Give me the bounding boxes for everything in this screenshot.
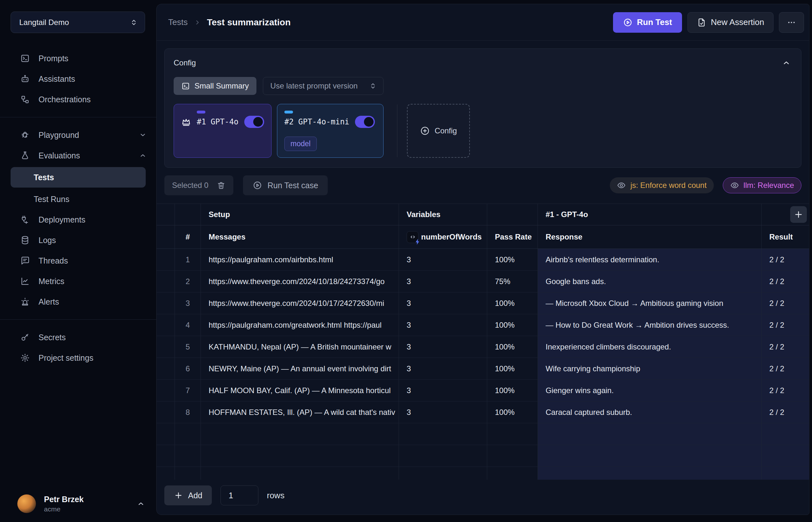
row-variable-cell[interactable]: 3 bbox=[399, 293, 487, 314]
row-select-cell[interactable] bbox=[157, 336, 175, 358]
row-response-cell[interactable]: — How to Do Great Work → Ambition drives… bbox=[538, 314, 761, 336]
row-response-cell[interactable]: — Microsoft Xbox Cloud → Ambitious gamin… bbox=[538, 293, 761, 314]
table-row[interactable]: 7 HALF MOON BAY, Calif. (AP) — A Minneso… bbox=[157, 380, 809, 401]
row-message-cell[interactable]: HALF MOON BAY, Calif. (AP) — A Minnesota… bbox=[201, 380, 399, 401]
empty-cell bbox=[157, 445, 175, 466]
empty-variable-cell[interactable] bbox=[399, 445, 487, 466]
sidebar-item-metrics[interactable]: Metrics bbox=[0, 271, 156, 292]
workspace-switcher[interactable]: Langtail Demo bbox=[11, 12, 145, 33]
empty-variable-cell[interactable] bbox=[399, 467, 487, 480]
row-message-cell[interactable]: KATHMANDU, Nepal (AP) — A British mounta… bbox=[201, 336, 399, 358]
new-assertion-button[interactable]: New Assertion bbox=[688, 12, 773, 33]
model-card-gpt-4o[interactable]: #1 GPT-4o bbox=[174, 104, 272, 158]
row-variable-cell[interactable]: 3 bbox=[399, 401, 487, 423]
table-empty-row[interactable] bbox=[157, 423, 809, 445]
row-response-cell[interactable]: Airbnb's relentless determination. bbox=[538, 249, 761, 270]
table-row[interactable]: 5 KATHMANDU, Nepal (AP) — A British moun… bbox=[157, 336, 809, 358]
row-result-cell[interactable]: 2 / 2 bbox=[761, 249, 809, 270]
model-tag[interactable]: model bbox=[284, 137, 317, 151]
assertion-badge-llm[interactable]: llm: Relevance bbox=[723, 177, 801, 193]
row-select-cell[interactable] bbox=[157, 358, 175, 379]
empty-variable-cell[interactable] bbox=[399, 423, 487, 445]
row-result-cell[interactable]: 2 / 2 bbox=[761, 380, 809, 401]
row-result-cell[interactable]: 2 / 2 bbox=[761, 293, 809, 314]
table-row[interactable]: 6 NEWRY, Maine (AP) — An annual event in… bbox=[157, 358, 809, 380]
table-empty-row[interactable] bbox=[157, 445, 809, 467]
run-test-button[interactable]: Run Test bbox=[613, 12, 682, 33]
model-toggle[interactable] bbox=[355, 116, 375, 128]
row-message-cell[interactable]: https://paulgraham.com/airbnbs.html bbox=[201, 249, 399, 270]
row-select-cell[interactable] bbox=[157, 380, 175, 401]
row-select-cell[interactable] bbox=[157, 314, 175, 336]
row-variable-cell[interactable]: 3 bbox=[399, 249, 487, 270]
row-select-cell[interactable] bbox=[157, 293, 175, 314]
table-row[interactable]: 3 https://www.theverge.com/2024/10/17/24… bbox=[157, 293, 809, 314]
row-message-cell[interactable]: NEWRY, Maine (AP) — An annual event invo… bbox=[201, 358, 399, 379]
delete-selected-button[interactable] bbox=[217, 181, 226, 190]
row-response-cell[interactable]: Wife carrying championship bbox=[538, 358, 761, 379]
run-test-case-button[interactable]: Run Test case bbox=[243, 175, 328, 195]
row-variable-cell[interactable]: 3 bbox=[399, 380, 487, 401]
table-row[interactable]: 2 https://www.theverge.com/2024/10/18/24… bbox=[157, 270, 809, 293]
empty-message-cell[interactable] bbox=[201, 467, 399, 480]
sidebar-item-logs[interactable]: Logs bbox=[0, 230, 156, 250]
row-message-cell[interactable]: https://www.theverge.com/2024/10/18/2427… bbox=[201, 270, 399, 292]
row-variable-cell[interactable]: 3 bbox=[399, 358, 487, 379]
sidebar-item-evaluations[interactable]: Evaluations bbox=[0, 145, 156, 166]
prompt-button[interactable]: Small Summary bbox=[174, 77, 256, 95]
empty-message-cell[interactable] bbox=[201, 423, 399, 445]
model-card-gpt-4o-mini[interactable]: #2 GPT-4o-mini model bbox=[277, 104, 384, 158]
more-actions-button[interactable] bbox=[779, 12, 804, 33]
row-response-cell[interactable]: Google bans ads. bbox=[538, 270, 761, 292]
sidebar-item-tests[interactable]: Tests bbox=[11, 167, 146, 187]
row-message-cell[interactable]: https://paulgraham.com/greatwork.html ht… bbox=[201, 314, 399, 336]
row-message-cell[interactable]: https://www.theverge.com/2024/10/17/2427… bbox=[201, 293, 399, 314]
table-row[interactable]: 1 https://paulgraham.com/airbnbs.html 3 … bbox=[157, 249, 809, 270]
row-select-cell[interactable] bbox=[157, 270, 175, 292]
sidebar-item-threads[interactable]: Threads bbox=[0, 250, 156, 271]
user-menu[interactable]: Petr Brzek acme bbox=[17, 495, 145, 513]
sidebar-item-secrets[interactable]: Secrets bbox=[0, 327, 156, 347]
table-row[interactable]: 8 HOFFMAN ESTATES, Ill. (AP) — A wild ca… bbox=[157, 401, 809, 423]
row-result-cell[interactable]: 2 / 2 bbox=[761, 336, 809, 358]
row-response-cell[interactable]: Gienger wins again. bbox=[538, 380, 761, 401]
response-col-header: Response bbox=[538, 225, 761, 248]
row-select-cell[interactable] bbox=[157, 401, 175, 423]
row-response-cell[interactable]: Caracal captured suburb. bbox=[538, 401, 761, 423]
add-rows-button[interactable]: Add bbox=[164, 485, 212, 505]
sidebar-item-orchestrations[interactable]: Orchestrations bbox=[0, 89, 156, 110]
sidebar-item-assistants[interactable]: Assistants bbox=[0, 68, 156, 89]
row-result-cell[interactable]: 2 / 2 bbox=[761, 270, 809, 292]
sidebar-item-project-settings[interactable]: Project settings bbox=[0, 347, 156, 368]
row-variable-cell[interactable]: 3 bbox=[399, 270, 487, 292]
sidebar-item-prompts[interactable]: Prompts bbox=[0, 48, 156, 68]
sidebar-item-test-runs[interactable]: Test Runs bbox=[0, 189, 156, 209]
empty-result-cell bbox=[761, 445, 809, 466]
prompt-version-select[interactable]: Use latest prompt version bbox=[263, 77, 384, 95]
rows-count-input[interactable] bbox=[220, 485, 258, 505]
row-message-cell[interactable]: HOFFMAN ESTATES, Ill. (AP) — A wild cat … bbox=[201, 401, 399, 423]
sidebar-item-alerts[interactable]: Alerts bbox=[0, 292, 156, 312]
row-variable-cell[interactable]: 3 bbox=[399, 314, 487, 336]
table-row[interactable]: 4 https://paulgraham.com/greatwork.html … bbox=[157, 314, 809, 336]
assertion-badge-js[interactable]: js: Enforce word count bbox=[610, 177, 714, 193]
row-result-cell[interactable]: 2 / 2 bbox=[761, 314, 809, 336]
select-all-cell[interactable] bbox=[157, 204, 175, 225]
chevron-right-icon bbox=[194, 19, 200, 26]
row-select-cell[interactable] bbox=[157, 249, 175, 270]
empty-cell bbox=[487, 467, 538, 480]
row-result-cell[interactable]: 2 / 2 bbox=[761, 401, 809, 423]
row-result-cell[interactable]: 2 / 2 bbox=[761, 358, 809, 379]
sidebar-item-deployments[interactable]: Deployments bbox=[0, 209, 156, 230]
row-response-cell[interactable]: Inexperienced climbers discouraged. bbox=[538, 336, 761, 358]
empty-message-cell[interactable] bbox=[201, 445, 399, 466]
row-variable-cell[interactable]: 3 bbox=[399, 336, 487, 358]
chevron-up-icon bbox=[137, 500, 145, 508]
collapse-chevron-up-icon[interactable] bbox=[780, 57, 792, 68]
breadcrumb-parent[interactable]: Tests bbox=[168, 17, 188, 27]
model-toggle[interactable] bbox=[244, 116, 264, 128]
add-model-column-button[interactable] bbox=[790, 206, 807, 223]
add-config-button[interactable]: Config bbox=[407, 104, 470, 158]
sidebar-item-playground[interactable]: Playground bbox=[0, 125, 156, 145]
table-empty-row[interactable] bbox=[157, 467, 809, 480]
